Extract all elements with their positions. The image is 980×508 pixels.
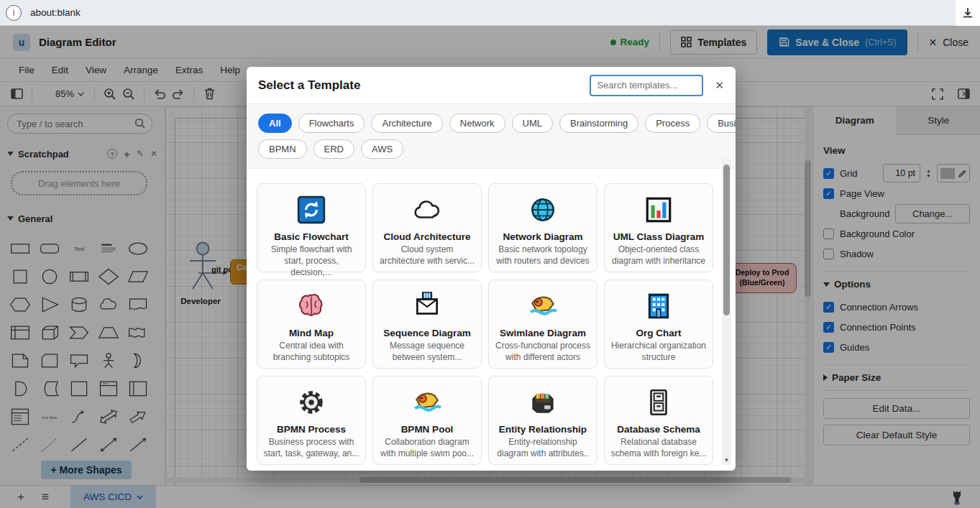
template-card-basic-flowchart[interactable]: Basic FlowchartSimple flowchart with sta… <box>257 183 366 272</box>
dialog-scroll-thumb[interactable] <box>723 165 730 315</box>
dialog-scroll-down-icon[interactable]: ▼ <box>723 457 731 463</box>
gear-icon <box>257 385 365 420</box>
swimmer-icon <box>489 289 597 323</box>
filter-pill-erd[interactable]: ERD <box>313 139 354 159</box>
template-title: Org Chart <box>605 328 713 338</box>
browser-address-bar: i about:blank <box>0 0 980 26</box>
sync-icon <box>257 193 365 227</box>
template-card-sequence-diagram[interactable]: Sequence DiagramMessage sequence between… <box>372 280 482 369</box>
template-card-uml-class-diagram[interactable]: UML Class DiagramObject-oriented class d… <box>604 183 713 272</box>
bar-chart-icon <box>605 193 713 227</box>
globe-icon <box>489 193 597 227</box>
template-title: Cloud Architecture <box>373 231 481 242</box>
template-card-cloud-architecture[interactable]: Cloud ArchitectureCloud system architect… <box>372 183 482 272</box>
template-title: Entity Relationship <box>489 424 597 435</box>
template-description: Entity-relationship diagram with attribu… <box>489 437 597 460</box>
template-title: Database Schema <box>605 424 713 435</box>
template-card-database-schema[interactable]: Database SchemaRelational database schem… <box>604 376 713 465</box>
filter-pill-architecture[interactable]: Architecture <box>371 114 442 133</box>
filter-pill-business[interactable]: Business <box>707 114 736 133</box>
template-description: Simple flowchart with start, process, de… <box>257 244 365 278</box>
template-description: Central idea with branching subtopics <box>257 341 365 364</box>
template-filters: AllFlowchartsArchitectureNetworkUMLBrain… <box>247 104 736 169</box>
file-cabinet-icon <box>605 385 713 420</box>
incoming-envelope-icon <box>373 289 481 323</box>
template-description: Cloud system architecture with servic... <box>373 244 481 267</box>
url-text[interactable]: about:blank <box>30 7 81 18</box>
template-search-input[interactable] <box>590 75 703 96</box>
template-description: Hierarchical organization structure <box>605 341 713 364</box>
dialog-title: Select a Template <box>258 78 360 93</box>
template-title: Network Diagram <box>489 231 597 242</box>
template-title: BPMN Process <box>257 424 365 435</box>
dialog-close-icon[interactable]: ✕ <box>715 79 724 92</box>
template-dialog: Select a Template ✕ AllFlowchartsArchite… <box>247 67 736 471</box>
template-description: Business process with start, task, gatew… <box>257 437 365 460</box>
template-description: Relational database schema with foreign … <box>605 437 713 460</box>
card-file-box-icon <box>489 385 597 420</box>
filter-pill-network[interactable]: Network <box>449 114 505 133</box>
swimmer-icon <box>373 385 481 420</box>
template-title: Swimlane Diagram <box>489 328 597 338</box>
filter-pill-all[interactable]: All <box>258 114 292 133</box>
template-description: Message sequence between system... <box>373 341 481 364</box>
template-title: UML Class Diagram <box>605 231 713 242</box>
cloud-icon <box>373 193 481 227</box>
template-description: Basic network topology with routers and … <box>489 244 597 267</box>
filter-pill-uml[interactable]: UML <box>512 114 553 133</box>
filter-pill-brainstorming[interactable]: Brainstorming <box>559 114 638 133</box>
filter-pill-flowcharts[interactable]: Flowcharts <box>298 114 365 133</box>
template-description: Object-oriented class diagram with inher… <box>605 244 713 267</box>
filter-pill-bpmn[interactable]: BPMN <box>258 139 307 159</box>
filter-pill-process[interactable]: Process <box>645 114 700 133</box>
template-card-org-chart[interactable]: Org ChartHierarchical organization struc… <box>604 280 713 369</box>
template-card-mind-map[interactable]: Mind MapCentral idea with branching subt… <box>257 280 366 369</box>
template-title: Sequence Diagram <box>373 328 481 338</box>
template-description: Collaboration diagram with multiple swim… <box>373 437 481 460</box>
page-info-icon[interactable]: i <box>6 5 22 21</box>
template-title: Basic Flowchart <box>257 231 365 242</box>
template-card-bpmn-process[interactable]: BPMN ProcessBusiness process with start,… <box>257 376 366 465</box>
office-building-icon <box>605 289 713 323</box>
template-card-entity-relationship[interactable]: Entity RelationshipEntity-relationship d… <box>488 376 597 465</box>
filter-pill-aws[interactable]: AWS <box>361 139 403 159</box>
template-description: Cross-functional process with different … <box>489 341 597 364</box>
template-card-network-diagram[interactable]: Network DiagramBasic network topology wi… <box>488 183 597 272</box>
template-card-grid: Basic FlowchartSimple flowchart with sta… <box>247 169 736 471</box>
brain-icon <box>257 289 365 323</box>
template-card-swimlane-diagram[interactable]: Swimlane DiagramCross-functional process… <box>488 280 597 369</box>
template-title: BPMN Pool <box>373 424 481 435</box>
template-card-bpmn-pool[interactable]: BPMN PoolCollaboration diagram with mult… <box>372 376 482 465</box>
download-icon[interactable] <box>956 0 980 26</box>
template-title: Mind Map <box>257 328 365 338</box>
